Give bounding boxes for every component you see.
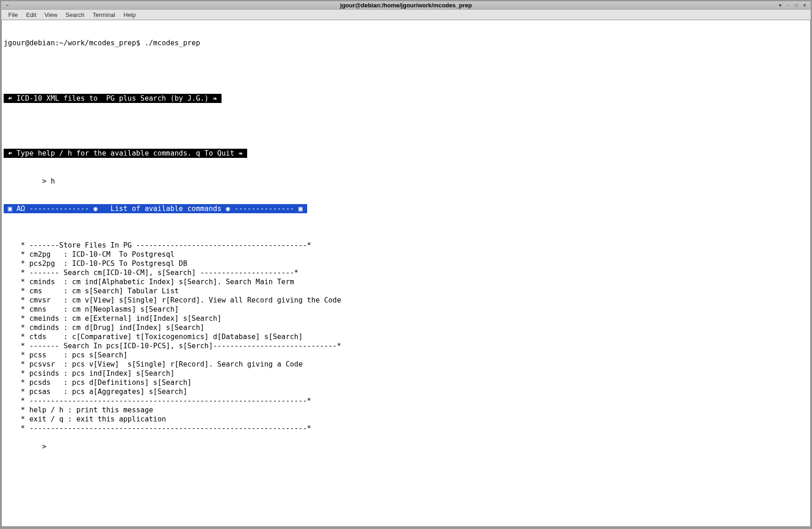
output-line [4, 232, 808, 241]
output-text: * --------------------------------------… [4, 424, 311, 433]
menu-help[interactable]: Help [119, 11, 140, 19]
menubar: File Edit View Search Terminal Help [1, 10, 811, 20]
window-frame: – jgour@debian:/home/jgour/work/mcodes_p… [0, 0, 812, 528]
output-line: * cm2pg : ICD-10-CM To Postgresql [4, 250, 808, 259]
output-line: * pcsinds : pcs ind[Index] s[Search] [4, 369, 808, 378]
banner-commands-header: ▣ ΑΩ -------------- ◉ List of available … [4, 204, 307, 213]
banner-title: ☙ ICD-10 XML files to PG plus Search (by… [4, 94, 222, 103]
output-line: * help / h : print this message [4, 405, 808, 415]
output-text: * help / h : print this message [4, 405, 153, 415]
output-text: * cms : cm s[Search] Tabular List [4, 286, 179, 296]
output-line: * --------------------------------------… [4, 396, 808, 405]
output-text: * pcsas : pcs a[Aggregates] s[Search] [4, 387, 187, 396]
output-text: * --------------------------------------… [4, 396, 311, 405]
output-line: * -------Store Files In PG -------------… [4, 241, 808, 250]
output-line: * cmns : cm n[Neoplasms] s[Search] [4, 305, 808, 314]
menu-edit[interactable]: Edit [22, 11, 40, 19]
banner-instructions: ☙ Type help / h for the available comman… [4, 149, 247, 158]
output-text: * pcs2pg : ICD-10-PCS To Postgresql DB [4, 259, 187, 268]
output-text: * cmdinds : cm d[Drug] ind[Index] s[Sear… [4, 323, 205, 332]
output-line: * cmeinds : cm e[External] ind[Index] s[… [4, 314, 808, 323]
output-text: * cmns : cm n[Neoplasms] s[Search] [4, 305, 179, 314]
output-line: * cmdinds : cm d[Drug] ind[Index] s[Sear… [4, 323, 808, 332]
output-line: * cms : cm s[Search] Tabular List [4, 286, 808, 296]
output-text: * ------- Search In pcs[ICD-10-PCS], s[S… [4, 341, 341, 351]
shade-icon[interactable]: ▾ [777, 3, 783, 8]
output-line: * pcsds : pcs d[Definitions] s[Search] [4, 378, 808, 387]
output-text: * cminds : cm ind[Alphabetic Index] s[Se… [4, 277, 294, 286]
output-line: > [4, 442, 808, 451]
titlebar[interactable]: – jgour@debian:/home/jgour/work/mcodes_p… [1, 1, 811, 10]
output-text: * ------- Search cm[ICD-10-CM], s[Search… [4, 268, 298, 277]
output-text: * exit / q : exit this application [4, 415, 166, 424]
menu-button-icon[interactable]: – [4, 3, 11, 8]
output-text: * -------Store Files In PG -------------… [4, 241, 311, 250]
help-text-block: * -------Store Files In PG -------------… [4, 232, 808, 451]
window-title: jgour@debian:/home/jgour/work/mcodes_pre… [340, 2, 472, 9]
output-line: * pcsas : pcs a[Aggregates] s[Search] [4, 387, 808, 396]
output-line: * cminds : cm ind[Alphabetic Index] s[Se… [4, 277, 808, 286]
output-text: * cm2pg : ICD-10-CM To Postgresql [4, 250, 174, 259]
terminal-area[interactable]: jgour@debian:~/work/mcodes_prep$ ./mcode… [1, 20, 811, 527]
output-line: * pcss : pcs s[Search] [4, 351, 808, 360]
output-text: * pcss : pcs s[Search] [4, 351, 128, 360]
output-text: * pcsvsr : pcs v[View] s[Single] r[Recor… [4, 360, 303, 369]
output-text: * pcsinds : pcs ind[Index] s[Search] [4, 369, 174, 378]
output-text: * ctds : c[Comparative] t[Toxicogenomics… [4, 332, 303, 341]
maximize-icon[interactable]: □ [793, 3, 800, 8]
output-line: * pcsvsr : pcs v[View] s[Single] r[Recor… [4, 360, 808, 369]
output-text: * cmeinds : cm e[External] ind[Index] s[… [4, 314, 222, 323]
output-line: * ctds : c[Comparative] t[Toxicogenomics… [4, 332, 808, 341]
output-line [4, 433, 808, 442]
close-icon[interactable]: × [801, 3, 808, 8]
output-text: > [4, 442, 46, 451]
minimize-icon[interactable]: ▫ [785, 3, 791, 8]
titlebar-left-controls: – [4, 3, 11, 8]
menu-terminal[interactable]: Terminal [89, 11, 119, 19]
output-line: * cmvsr : cm v[View] s[Single] r[Record]… [4, 296, 808, 305]
output-line: * ------- Search In pcs[ICD-10-PCS], s[S… [4, 341, 808, 351]
menu-search[interactable]: Search [61, 11, 88, 19]
titlebar-right-controls: ▾ ▫ □ × [777, 3, 808, 8]
output-line: * pcs2pg : ICD-10-PCS To Postgresql DB [4, 259, 808, 268]
menu-view[interactable]: View [40, 11, 61, 19]
output-line: * ------- Search cm[ICD-10-CM], s[Search… [4, 268, 808, 277]
output-text: * pcsds : pcs d[Definitions] s[Search] [4, 378, 192, 387]
output-line: * exit / q : exit this application [4, 415, 808, 424]
output-line: * --------------------------------------… [4, 424, 808, 433]
output-text: * cmvsr : cm v[View] s[Single] r[Record]… [4, 296, 341, 305]
menu-file[interactable]: File [4, 11, 22, 19]
prompt-line: jgour@debian:~/work/mcodes_prep$ ./mcode… [4, 38, 200, 48]
user-input-h: > h [4, 177, 55, 186]
